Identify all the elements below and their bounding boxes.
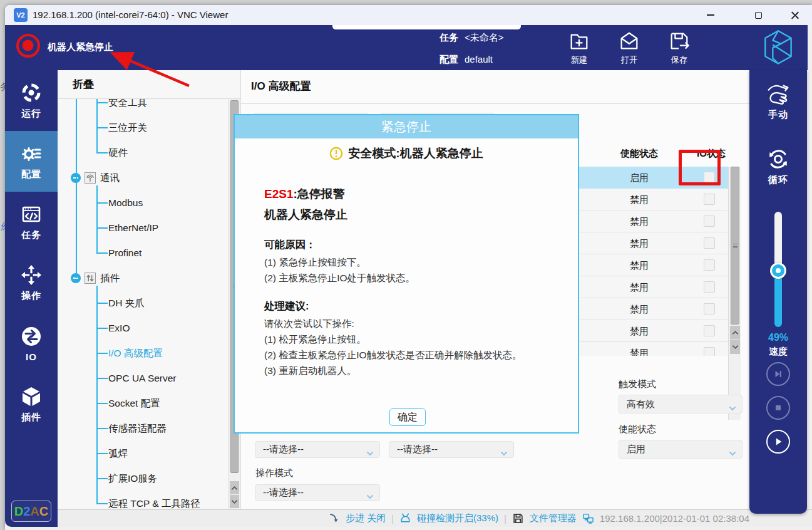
window-title: 192.168.1.200 (intel-corei7-64:0) - VNC … [33,9,228,20]
statusbar: 步进 关闭 | 碰撞检测开启(33%) | 文件管理器 192.168.1.20… [58,509,812,527]
tree-item-Socket 配置[interactable]: Socket 配置 [58,391,224,416]
file-manager-link[interactable]: 文件管理器 [530,512,577,524]
operation-mode-select[interactable]: --请选择-- [255,484,380,501]
sidebar-item-任务[interactable]: 任务 [5,192,58,252]
sidebar-item-插件[interactable]: 插件 [5,374,58,435]
tree-item-远程 TCP & 工具路径[interactable]: 远程 TCP & 工具路径 [58,491,224,509]
tree-item-DH 夹爪[interactable]: DH 夹爪 [58,291,224,316]
connection-info: 192.168.1.200|2012-01-01 02:38:04 [600,513,749,524]
table-scrollbar[interactable] [728,167,741,420]
advice-line: (3) 重新启动机器人。 [264,363,522,378]
collision-detect-status[interactable]: 碰撞检测开启(33%) [417,512,498,524]
tree-item-OPC UA Server[interactable]: OPC UA Server [58,366,224,391]
step-mode-status[interactable]: 步进 关闭 [346,512,386,524]
chevron-down-icon [729,447,736,452]
skip-next-icon [773,368,784,380]
skip-next-button[interactable] [766,362,790,386]
io-state-checkbox[interactable] [704,259,715,271]
tree-item-三位开关[interactable]: 三位开关 [58,115,224,140]
io-state-checkbox[interactable] [704,237,715,249]
io-state-checkbox[interactable] [704,216,715,227]
manual-mode-button[interactable]: 手动 [749,83,807,121]
tree-item-扩展IO服务[interactable]: 扩展IO服务 [58,466,224,491]
tree-item-传感器适配器[interactable]: 传感器适配器 [58,416,224,441]
tree-item-安全工具[interactable]: 安全工具 [58,99,224,115]
tree-scroll-down-button[interactable] [230,495,239,508]
enable-state-select[interactable]: 启用 [619,440,743,459]
io-table-row[interactable]: 禁用 [568,320,728,342]
enable-state-cell: 禁用 [568,189,710,210]
enable-state-cell: 禁用 [568,298,710,320]
new-task-button[interactable]: 新建 [560,30,599,68]
file-manager-icon [512,512,524,524]
io-state-checkbox[interactable] [704,303,715,314]
io-table: 启用禁用禁用禁用禁用禁用禁用禁用禁用 [568,167,728,356]
select-placeholder-2[interactable]: --请选择-- [389,441,514,458]
sidebar-item-运行[interactable]: 运行 [5,70,58,131]
maximize-button[interactable] [748,8,769,23]
io-table-row[interactable]: 禁用 [568,210,728,232]
io-state-checkbox[interactable] [704,347,715,356]
tree-item-硬件[interactable]: 硬件 [58,140,224,165]
speed-slider[interactable] [774,212,782,327]
io-table-row[interactable]: 禁用 [568,232,728,254]
ok-button[interactable]: 确定 [389,408,426,426]
sidebar-item-label: 运行 [21,108,41,120]
sidebar-item-操作[interactable]: 操作 [5,252,58,313]
window-titlebar[interactable]: V2 192.168.1.200 (intel-corei7-64:0) - V… [5,5,812,25]
sidebar-item-IO[interactable]: IO [5,313,58,374]
io-state-checkbox[interactable] [704,325,715,336]
vnc-toolbar-strip[interactable] [332,25,521,29]
io-state-checkbox[interactable] [704,281,715,293]
d2ac-badge[interactable]: D2AC [11,501,51,522]
cycle-mode-button[interactable]: 循环 [749,147,807,186]
slider-thumb[interactable] [770,262,786,279]
emergency-stop-dialog: 紧急停止 安全模式:机器人紧急停止 E2S1:急停报警 机器人紧急停止 可能原因… [234,114,579,434]
speed-label: 速度 [749,346,807,358]
page-title: I/O 高级配置 [251,79,311,93]
control-sidebar: 手动 循环 49% 速度 [749,70,807,514]
badge-char: C [39,504,48,519]
io-table-row[interactable]: 禁用 [568,189,728,210]
tree-scroll-up-button[interactable] [230,481,239,494]
tree-item-Profinet[interactable]: Profinet [58,241,224,266]
step-mode-icon [328,512,340,524]
open-task-button[interactable]: 打开 [610,30,649,68]
cause-line: (1) 紧急停止按钮按下。 [264,254,415,270]
tree-item-Modbus[interactable]: Modbus [58,190,224,216]
hand-icon [764,83,793,107]
error-detail-line: 机器人紧急停止 [264,207,347,223]
causes-list: (1) 紧急停止按钮按下。(2) 主板紧急停止IO处于触发状态。 [264,254,415,286]
close-button[interactable] [784,8,805,23]
network-icon [582,512,594,524]
table-scrollbar-thumb[interactable] [731,167,739,325]
table-scroll-down-button[interactable] [730,340,740,354]
collapse-all-label: 折叠 [73,77,94,91]
tree-item-弧焊[interactable]: 弧焊 [58,441,224,466]
io-state-checkbox[interactable] [704,194,715,205]
io-table-row[interactable]: 禁用 [568,254,728,276]
sidebar-item-配置[interactable]: 配置 [5,131,58,192]
tree-item-插件[interactable]: 插件 [58,266,224,291]
table-scroll-up-button[interactable] [730,326,740,340]
tree-connector-line [96,286,98,504]
play-icon [773,436,784,447]
antenna-icon [85,172,96,184]
advice-intro: 请依次尝试以下操作: [264,316,354,331]
stop-button[interactable] [766,396,790,420]
tree-item-ExIO[interactable]: ExIO [58,316,224,341]
enable-state-cell: 禁用 [568,342,710,356]
save-button[interactable]: 保存 [660,30,699,68]
tree-item-EtherNet/IP[interactable]: EtherNet/IP [58,216,224,241]
io-table-row[interactable]: 禁用 [568,276,728,298]
play-button[interactable] [766,430,790,454]
io-table-row[interactable]: 禁用 [568,298,728,320]
trigger-mode-select[interactable]: 高有效 [619,395,743,413]
minimize-button[interactable] [700,8,721,23]
select-placeholder-1[interactable]: --请选择-- [255,441,380,458]
operate-move-icon [20,264,43,286]
annotation-red-arrow [101,42,195,92]
tree-item-通讯[interactable]: 通讯 [58,165,224,190]
io-table-row[interactable]: 禁用 [568,342,728,356]
tree-item-I/O 高级配置[interactable]: I/O 高级配置 [58,341,224,366]
